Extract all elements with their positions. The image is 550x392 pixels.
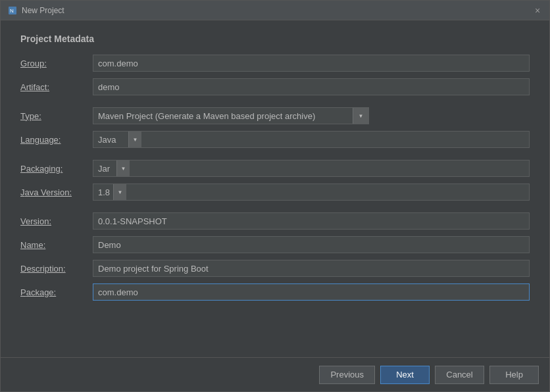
name-input[interactable] bbox=[93, 236, 530, 253]
description-label-text: escription: bbox=[26, 264, 65, 274]
version-control bbox=[93, 212, 530, 230]
type-value: Maven Project (Generate a Maven based pr… bbox=[93, 111, 353, 121]
packaging-label: Packaging: bbox=[20, 164, 93, 174]
new-project-dialog: N New Project × Project Metadata Group: … bbox=[0, 0, 550, 392]
name-label: Name: bbox=[20, 240, 93, 250]
type-label: Type: bbox=[20, 111, 93, 121]
name-control bbox=[93, 236, 530, 253]
dialog-icon: N bbox=[7, 5, 18, 16]
java-version-row: Java Version: 1.8 11 17 ▼ bbox=[20, 184, 530, 201]
language-label-text: anguage: bbox=[25, 135, 61, 145]
packaging-control: Jar War ▼ bbox=[93, 160, 530, 177]
artifact-control bbox=[93, 78, 530, 95]
package-input[interactable] bbox=[93, 283, 530, 301]
artifact-label: Artifact: bbox=[20, 82, 93, 92]
type-wrapper: Maven Project (Generate a Maven based pr… bbox=[93, 107, 369, 124]
title-bar: N New Project × bbox=[1, 1, 549, 20]
java-version-label-text: ava Version: bbox=[25, 187, 72, 197]
language-label: Language: bbox=[20, 135, 93, 145]
package-control bbox=[93, 283, 530, 301]
language-control: Java Kotlin Groovy ▼ bbox=[93, 131, 530, 148]
packaging-dropdown-button[interactable]: ▼ bbox=[116, 160, 130, 176]
dialog-footer: Previous Next Cancel Help bbox=[1, 357, 549, 391]
language-row: Language: Java Kotlin Groovy ▼ bbox=[20, 131, 530, 148]
description-input[interactable] bbox=[93, 260, 530, 277]
java-version-label: Java Version: bbox=[20, 187, 93, 197]
language-select[interactable]: Java Kotlin Groovy bbox=[93, 135, 128, 145]
type-control: Maven Project (Generate a Maven based pr… bbox=[93, 107, 530, 124]
group-label-text: roup: bbox=[27, 59, 47, 68]
section-title: Project Metadata bbox=[20, 34, 530, 44]
description-control bbox=[93, 260, 530, 277]
description-row: Description: bbox=[20, 260, 530, 277]
version-input[interactable] bbox=[93, 212, 530, 230]
version-row: Version: bbox=[20, 212, 530, 230]
java-version-select[interactable]: 1.8 11 17 bbox=[93, 187, 113, 197]
language-dropdown-button[interactable]: ▼ bbox=[128, 132, 141, 147]
package-row: Package: bbox=[20, 283, 530, 301]
svg-text:N: N bbox=[10, 8, 14, 14]
cancel-button[interactable]: Cancel bbox=[435, 366, 484, 384]
version-label: Version: bbox=[20, 216, 93, 226]
java-version-select-wrapper: 1.8 11 17 ▼ bbox=[93, 184, 530, 201]
packaging-row: Packaging: Jar War ▼ bbox=[20, 160, 530, 177]
java-version-control: 1.8 11 17 ▼ bbox=[93, 184, 530, 201]
description-label: Description: bbox=[20, 264, 93, 274]
group-input[interactable] bbox=[93, 55, 530, 72]
packaging-label-text: ackaging: bbox=[26, 164, 63, 174]
artifact-row: Artifact: bbox=[20, 78, 530, 95]
type-label-text: ype: bbox=[25, 111, 41, 121]
group-row: Group: bbox=[20, 55, 530, 72]
name-row: Name: bbox=[20, 236, 530, 253]
dialog-content: Project Metadata Group: Artifact: Type: bbox=[1, 20, 549, 357]
close-button[interactable]: × bbox=[532, 5, 543, 16]
type-dropdown-button[interactable]: ▼ bbox=[353, 108, 368, 124]
group-label: Group: bbox=[20, 59, 93, 68]
type-row: Type: Maven Project (Generate a Maven ba… bbox=[20, 107, 530, 124]
package-label-text: ackage: bbox=[26, 287, 57, 297]
name-label-text: ame: bbox=[26, 240, 45, 250]
next-button[interactable]: Next bbox=[380, 366, 430, 384]
group-control bbox=[93, 55, 530, 72]
packaging-select[interactable]: Jar War bbox=[93, 164, 116, 174]
artifact-label-text: rtifact: bbox=[26, 82, 49, 92]
version-label-text: ersion: bbox=[26, 216, 51, 226]
previous-button[interactable]: Previous bbox=[319, 366, 375, 384]
dialog-title: New Project bbox=[22, 6, 532, 15]
packaging-select-wrapper: Jar War ▼ bbox=[93, 160, 530, 177]
package-label: Package: bbox=[20, 287, 93, 297]
java-version-dropdown-button[interactable]: ▼ bbox=[113, 184, 126, 200]
artifact-input[interactable] bbox=[93, 78, 530, 95]
language-select-wrapper: Java Kotlin Groovy ▼ bbox=[93, 131, 530, 148]
help-button[interactable]: Help bbox=[489, 366, 539, 384]
